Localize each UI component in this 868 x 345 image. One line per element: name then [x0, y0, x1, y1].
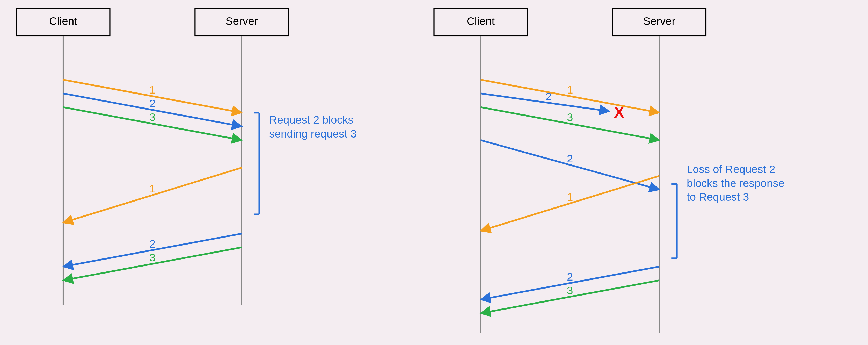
messages-left: 123123	[63, 80, 242, 281]
message-label-res1: 1	[567, 191, 573, 203]
server-node: Server	[195, 8, 288, 305]
message-label-req2-retry: 2	[567, 152, 573, 165]
messages-right: 12X32123	[481, 80, 659, 313]
client-node: Client	[434, 8, 528, 333]
client-label: Client	[467, 15, 495, 27]
message-label-req1: 1	[567, 84, 573, 96]
message-label-req2-fail: 2	[546, 90, 552, 103]
message-req2-retry	[481, 140, 659, 190]
server-label: Server	[225, 15, 258, 27]
message-res1	[481, 176, 659, 231]
message-label-res3: 3	[567, 284, 573, 296]
message-label-res3: 3	[149, 252, 156, 264]
failure-x-icon: X	[614, 104, 624, 121]
annotation-line3: to Request 3	[687, 191, 749, 203]
panel-left: Client Server 123123 Request 2 blocks se…	[17, 8, 357, 305]
message-label-res2: 2	[567, 271, 573, 283]
annotation-line1: Request 2 blocks	[269, 114, 353, 126]
message-label-res2: 2	[149, 238, 156, 250]
annotation-line1: Loss of Request 2	[687, 163, 775, 175]
message-label-req1: 1	[149, 84, 156, 96]
annotation-right: Loss of Request 2 blocks the response to…	[671, 163, 784, 258]
server-label: Server	[643, 15, 675, 27]
client-label: Client	[49, 15, 78, 27]
annotation-line2: sending request 3	[269, 128, 356, 140]
message-req2-fail	[481, 93, 610, 111]
annotation-line2: blocks the response	[687, 177, 784, 189]
message-label-req3: 3	[567, 111, 573, 123]
panel-right: Client Server 12X32123 Loss of Request 2…	[434, 8, 785, 333]
message-label-req2: 2	[149, 97, 156, 110]
message-res1	[63, 168, 242, 223]
annotation-left: Request 2 blocks sending request 3	[254, 113, 356, 214]
message-label-req3: 3	[149, 111, 156, 123]
message-label-res1: 1	[149, 182, 156, 195]
sequence-diagram: Client Server 123123 Request 2 blocks se…	[0, 0, 868, 345]
